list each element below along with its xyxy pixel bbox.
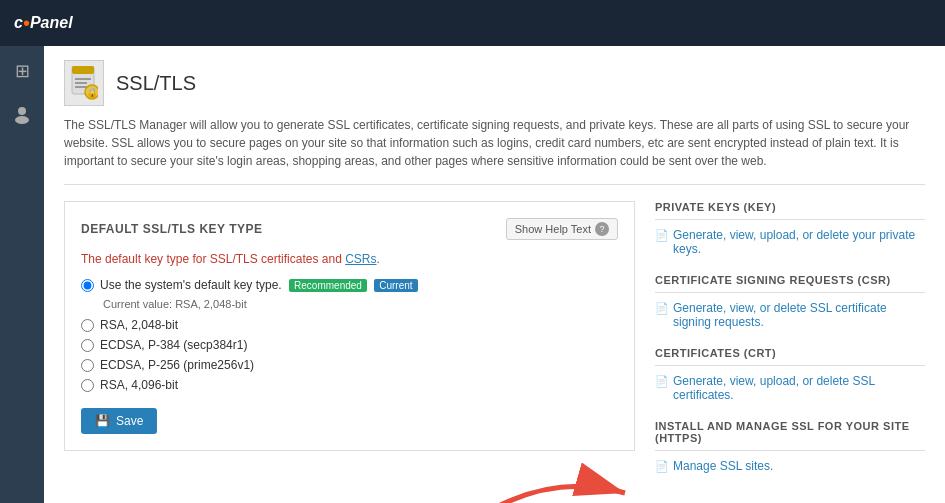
save-icon: 💾 <box>95 414 110 428</box>
right-section-private-keys: PRIVATE KEYS (KEY) 📄 Generate, view, upl… <box>655 201 925 256</box>
radio-option-3: ECDSA, P-384 (secp384r1) <box>81 338 618 352</box>
link-icon-4: 📄 <box>655 460 669 473</box>
radio-label-5[interactable]: RSA, 4,096-bit <box>100 378 178 392</box>
help-icon: ? <box>595 222 609 236</box>
radio-option-5: RSA, 4,096-bit <box>81 378 618 392</box>
radio-option-1: Use the system's default key type. Recom… <box>81 278 618 292</box>
users-icon[interactable] <box>8 100 36 133</box>
save-button[interactable]: 💾 Save <box>81 408 157 434</box>
manage-ssl-container: 📄 Manage SSL sites. <box>655 459 925 473</box>
panel-title: DEFAULT SSL/TLS KEY TYPE Show Help Text … <box>81 218 618 240</box>
radio-option-2: RSA, 2,048-bit <box>81 318 618 332</box>
certificates-link[interactable]: 📄 Generate, view, upload, or delete SSL … <box>655 374 925 402</box>
show-help-button[interactable]: Show Help Text ? <box>506 218 618 240</box>
page-title-icon: 🔒 <box>64 60 104 106</box>
radio-system-default[interactable] <box>81 279 94 292</box>
cpanel-logo: c • Panel <box>14 13 73 33</box>
radio-label-1[interactable]: Use the system's default key type. Recom… <box>100 278 418 292</box>
svg-rect-3 <box>72 66 94 74</box>
logo-panel: Panel <box>30 14 73 32</box>
right-section-https: INSTALL AND MANAGE SSL FOR YOUR SITE (HT… <box>655 420 925 473</box>
link-icon-2: 📄 <box>655 302 669 315</box>
main-content: 🔒 SSL/TLS The SSL/TLS Manager will allow… <box>44 46 945 503</box>
radio-label-3[interactable]: ECDSA, P-384 (secp384r1) <box>100 338 247 352</box>
radio-ecdsa-256[interactable] <box>81 359 94 372</box>
right-section-title-csr: CERTIFICATE SIGNING REQUESTS (CSR) <box>655 274 925 293</box>
badge-recommended: Recommended <box>289 279 367 292</box>
current-value: Current value: RSA, 2,048-bit <box>103 298 618 310</box>
content-area: DEFAULT SSL/TLS KEY TYPE Show Help Text … <box>64 201 925 491</box>
csr-link[interactable]: CSRs <box>345 252 376 266</box>
left-panel: DEFAULT SSL/TLS KEY TYPE Show Help Text … <box>64 201 635 491</box>
link-icon-1: 📄 <box>655 229 669 242</box>
logo-text: c <box>14 14 23 32</box>
help-info: The default key type for SSL/TLS certifi… <box>81 252 618 266</box>
radio-ecdsa-384[interactable] <box>81 339 94 352</box>
header: c • Panel <box>0 0 945 46</box>
right-section-csr: CERTIFICATE SIGNING REQUESTS (CSR) 📄 Gen… <box>655 274 925 329</box>
right-section-title-crt: CERTIFICATES (CRT) <box>655 347 925 366</box>
grid-icon[interactable]: ⊞ <box>11 56 34 86</box>
manage-ssl-link[interactable]: 📄 Manage SSL sites. <box>655 459 925 473</box>
radio-rsa-2048[interactable] <box>81 319 94 332</box>
svg-text:🔒: 🔒 <box>86 86 98 99</box>
radio-option-4: ECDSA, P-256 (prime256v1) <box>81 358 618 372</box>
radio-label-2[interactable]: RSA, 2,048-bit <box>100 318 178 332</box>
panel-box: DEFAULT SSL/TLS KEY TYPE Show Help Text … <box>64 201 635 451</box>
badge-current: Current <box>374 279 417 292</box>
right-section-title-keys: PRIVATE KEYS (KEY) <box>655 201 925 220</box>
svg-rect-5 <box>75 82 87 84</box>
csr-link-right[interactable]: 📄 Generate, view, or delete SSL certific… <box>655 301 925 329</box>
layout: ⊞ 🔒 SSL/TLS <box>0 46 945 503</box>
right-section-crt: CERTIFICATES (CRT) 📄 Generate, view, upl… <box>655 347 925 402</box>
radio-options: Use the system's default key type. Recom… <box>81 278 618 392</box>
svg-point-0 <box>18 107 26 115</box>
radio-label-4[interactable]: ECDSA, P-256 (prime256v1) <box>100 358 254 372</box>
left-sidebar: ⊞ <box>0 46 44 503</box>
page-description: The SSL/TLS Manager will allow you to ge… <box>64 116 925 185</box>
page-title-row: 🔒 SSL/TLS <box>64 60 925 106</box>
right-section-title-https: INSTALL AND MANAGE SSL FOR YOUR SITE (HT… <box>655 420 925 451</box>
svg-point-1 <box>15 116 29 124</box>
svg-rect-4 <box>75 78 91 80</box>
link-icon-3: 📄 <box>655 375 669 388</box>
radio-rsa-4096[interactable] <box>81 379 94 392</box>
private-keys-link[interactable]: 📄 Generate, view, upload, or delete your… <box>655 228 925 256</box>
page-title: SSL/TLS <box>116 72 196 95</box>
right-sidebar: PRIVATE KEYS (KEY) 📄 Generate, view, upl… <box>655 201 925 491</box>
